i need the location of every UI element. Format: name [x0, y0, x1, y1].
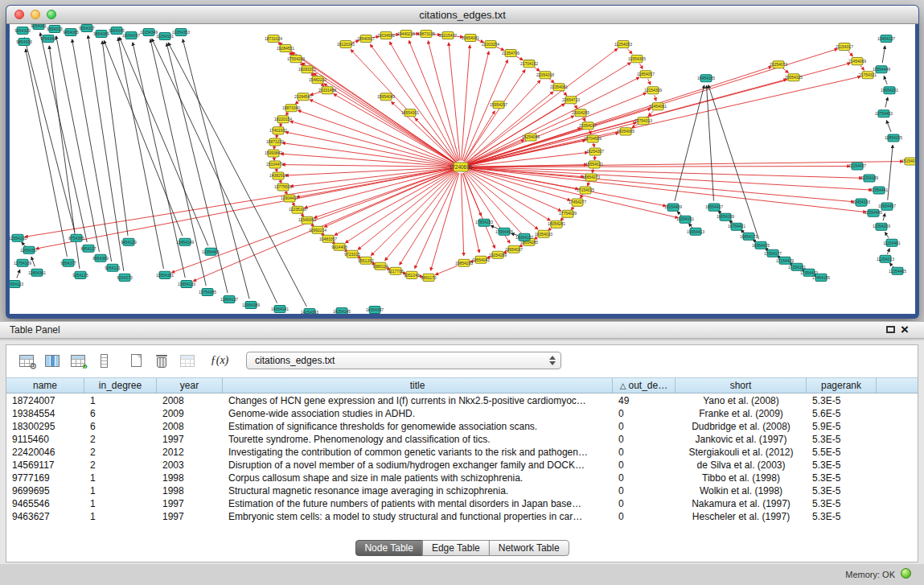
- table-row[interactable]: 977716911998Corpus callosum shape and si…: [6, 472, 918, 484]
- graph-node[interactable]: 22554445: [864, 209, 882, 216]
- graph-node[interactable]: 16954425: [752, 241, 770, 249]
- graph-node[interactable]: 11540063: [298, 216, 316, 224]
- graph-node[interactable]: 15104473: [266, 161, 284, 168]
- graph-node[interactable]: 12954113: [10, 280, 23, 287]
- graph-node[interactable]: 9554337: [79, 25, 95, 32]
- graph-node[interactable]: 12154309: [644, 87, 662, 94]
- rows-button[interactable]: [92, 349, 116, 372]
- graph-node[interactable]: 22654713: [562, 97, 580, 104]
- graph-node[interactable]: 13775501: [274, 183, 292, 191]
- graph-node[interactable]: 16654169: [717, 213, 734, 220]
- graph-node[interactable]: 10992214: [309, 226, 326, 233]
- graph-node[interactable]: 13054065: [617, 128, 634, 135]
- graph-node[interactable]: 9454085: [63, 29, 79, 36]
- graph-node[interactable]: 9254081: [31, 24, 47, 30]
- graph-node[interactable]: 21704152: [520, 60, 538, 68]
- graph-node[interactable]: 18354033: [535, 230, 552, 237]
- graph-node[interactable]: 23704569: [584, 135, 602, 142]
- graph-node[interactable]: 21454069: [848, 58, 866, 65]
- table-row[interactable]: 969969511998Structural magnetic resonanc…: [6, 484, 918, 497]
- graph-node[interactable]: 13654133: [178, 280, 195, 287]
- import-table-button[interactable]: [175, 349, 199, 372]
- graph-node[interactable]: 13954389: [242, 301, 260, 308]
- graph-node[interactable]: 9354377: [60, 259, 76, 266]
- graph-node[interactable]: 16554021: [585, 161, 603, 168]
- graph-node[interactable]: 15154077: [901, 158, 915, 165]
- graph-node[interactable]: 20254073: [770, 61, 787, 68]
- column-header-name[interactable]: name: [6, 378, 84, 393]
- graph-node[interactable]: 9054121: [105, 264, 121, 271]
- graph-node[interactable]: 16854273: [582, 174, 600, 181]
- column-header-pagerank[interactable]: pagerank: [807, 378, 877, 393]
- column-header-short[interactable]: short: [676, 378, 807, 393]
- graph-node[interactable]: 22254189: [860, 175, 878, 182]
- graph-node[interactable]: 18054281: [548, 220, 565, 228]
- graph-node[interactable]: 9551262: [358, 257, 374, 264]
- graph-node[interactable]: 11054209: [873, 223, 890, 230]
- graph-node[interactable]: 9354333: [47, 26, 63, 33]
- graph-node[interactable]: 17554203: [287, 56, 305, 63]
- graph-node[interactable]: 13754385: [199, 288, 216, 295]
- graph-node[interactable]: 12235108: [289, 206, 306, 213]
- graph-node[interactable]: 9754341: [40, 35, 56, 43]
- graph-node[interactable]: 9914408: [331, 243, 347, 250]
- graph-node[interactable]: 19154409: [664, 204, 682, 211]
- graph-node[interactable]: 12754313: [634, 117, 652, 125]
- graph-node[interactable]: 17754029: [559, 210, 577, 217]
- graph-node[interactable]: 20331458: [318, 87, 336, 94]
- graph-node[interactable]: 9217706: [388, 267, 404, 274]
- graph-node[interactable]: 16554301: [401, 109, 419, 117]
- graph-node[interactable]: 19873105: [417, 31, 435, 38]
- graph-node[interactable]: 23004265: [572, 109, 589, 117]
- graph-node[interactable]: 23354017: [579, 122, 597, 130]
- graph-node[interactable]: 13454149: [176, 238, 194, 245]
- graph-node[interactable]: 19254289: [489, 251, 507, 258]
- network-view[interactable]: 1724069518731024192845511755420316093371…: [10, 24, 915, 314]
- graph-node[interactable]: 11154461: [883, 239, 901, 246]
- graph-node[interactable]: 17454185: [812, 274, 830, 281]
- graph-node[interactable]: 13354401: [202, 248, 220, 255]
- graph-node[interactable]: 10754453: [875, 110, 893, 117]
- graph-node[interactable]: 16454165: [697, 75, 715, 82]
- graph-node[interactable]: 21094547: [294, 93, 312, 101]
- graph-node[interactable]: 17154025: [577, 187, 594, 194]
- graph-node[interactable]: 13854137: [220, 295, 238, 303]
- table-row[interactable]: 1456911722003Disruption of a novel membe…: [6, 459, 918, 472]
- graph-node[interactable]: 10454197: [877, 35, 895, 43]
- graph-node[interactable]: 17454277: [569, 199, 586, 206]
- graph-node[interactable]: 9854093: [16, 39, 32, 46]
- table-row[interactable]: 1872400712008Changes of HCN gene express…: [6, 394, 918, 407]
- graph-node[interactable]: 22354441: [870, 187, 888, 194]
- graph-node[interactable]: 15993842: [265, 150, 282, 157]
- graph-node[interactable]: 9154373: [117, 274, 133, 281]
- window-titlebar[interactable]: citations_edges.txt: [6, 6, 918, 24]
- table-row[interactable]: 911546021997Tourette syndrome. Phenomeno…: [6, 433, 918, 446]
- graph-node[interactable]: 11254053: [614, 41, 632, 48]
- delete-table-button[interactable]: [150, 349, 174, 372]
- graph-node[interactable]: 10654201: [881, 87, 898, 94]
- table-row[interactable]: 946362711997Embryonic stem cells: a mode…: [6, 510, 918, 523]
- tab-network-table[interactable]: Network Table: [489, 540, 569, 556]
- table-row[interactable]: 1830029562008Estimation of significance …: [6, 420, 918, 433]
- graph-node[interactable]: 17954405: [495, 228, 513, 235]
- graph-node[interactable]: 10354353: [172, 29, 190, 36]
- graph-node[interactable]: 15482210: [309, 76, 326, 84]
- graph-node[interactable]: 14054141: [271, 305, 289, 312]
- graph-node[interactable]: 14154393: [301, 308, 318, 314]
- graph-node[interactable]: 21354706: [502, 50, 519, 57]
- graph-node[interactable]: 9380114: [372, 262, 388, 270]
- graph-node[interactable]: 22154437: [848, 163, 866, 170]
- graph-node[interactable]: 16554417: [705, 204, 723, 211]
- graph-node[interactable]: 9654089: [93, 31, 109, 38]
- graph-node[interactable]: 22354061: [550, 84, 568, 91]
- graph-node[interactable]: 17054177: [764, 249, 782, 257]
- graph-node[interactable]: 19873340: [282, 105, 300, 112]
- graph-node[interactable]: 8754365: [68, 234, 84, 241]
- graph-node[interactable]: 17401932: [269, 127, 287, 134]
- column-header-title[interactable]: title: [223, 378, 613, 393]
- graph-node[interactable]: 12854361: [28, 269, 46, 276]
- column-header-out_de[interactable]: △out_de…: [613, 378, 676, 393]
- graph-node[interactable]: 16254307: [586, 148, 604, 155]
- close-panel-icon[interactable]: [901, 323, 914, 337]
- tab-edge-table[interactable]: Edge Table: [422, 540, 490, 556]
